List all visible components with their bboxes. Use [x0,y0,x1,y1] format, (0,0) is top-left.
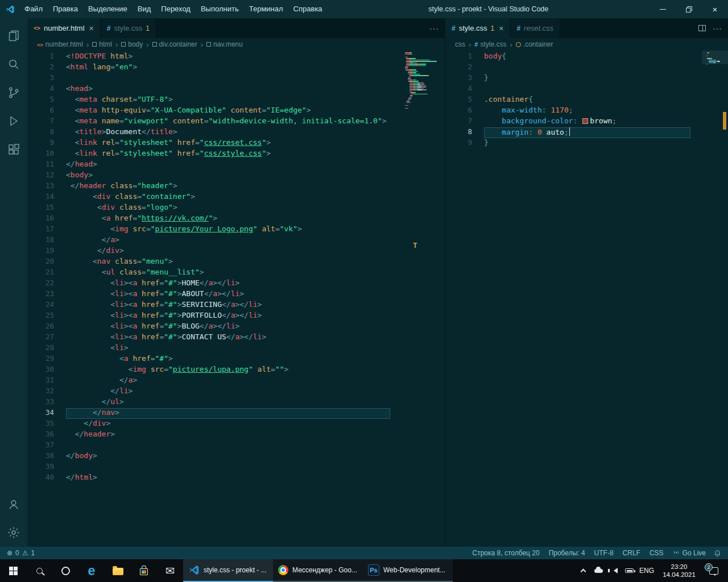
tab-reset.css[interactable]: reset.css [510,18,560,38]
breadcrumb-item[interactable]: nav.menu [206,40,243,48]
code-text[interactable]: <title>Document</title> [66,127,445,138]
taskbar-start-button[interactable] [0,559,26,582]
line-number[interactable]: 6 [27,106,66,117]
taskbar-edge-button[interactable] [78,559,105,582]
menu-item[interactable]: Вид [133,0,156,18]
tab-style.css[interactable]: style.css1 [101,18,156,38]
line-number[interactable]: 36 [27,430,66,440]
editor-html[interactable]: 1<!DOCTYPE html>2<html lang="en">34<head… [27,51,445,547]
explorer-icon[interactable] [0,22,27,50]
line-number[interactable]: 16 [27,214,66,225]
line-number[interactable]: 2 [445,63,484,73]
code-text[interactable]: margin: 0 auto; [484,127,690,138]
code-text[interactable]: <a href="https://vk.com/"> [66,214,445,225]
code-text[interactable]: <li><a href="#">BLOG</a></li> [66,322,445,332]
close-button[interactable]: × [702,0,728,18]
editor-css[interactable]: 1body{23}45.container{6 max-width: 1170;… [445,51,728,547]
minimize-button[interactable] [650,0,676,18]
code-text[interactable]: max-width: 1170; [484,106,728,117]
breadcrumb-item[interactable]: number.html [37,40,83,48]
line-number[interactable]: 27 [27,332,66,343]
restore-button[interactable] [676,0,702,18]
code-text[interactable]: <head> [66,84,445,95]
code-text[interactable]: <meta http-equiv="X-UA-Compatible" conte… [66,106,445,117]
account-icon[interactable] [0,490,27,518]
line-number[interactable]: 30 [27,365,66,376]
problems-indicator[interactable]: ⊗ 0 ⚠ 1 [7,549,35,557]
line-number[interactable]: 4 [27,84,66,95]
status-item[interactable]: CRLF [623,549,640,557]
code-text[interactable] [484,84,728,95]
line-number[interactable]: 8 [27,127,66,138]
notifications-bell-button[interactable] [714,550,721,557]
code-text[interactable]: </div> [66,246,445,257]
code-text[interactable]: </li> [66,386,445,397]
run-debug-icon[interactable] [0,107,27,135]
code-text[interactable]: .container{ [484,95,728,106]
code-text[interactable]: <!DOCTYPE html> [66,52,445,63]
menu-item[interactable]: Выполнить [196,0,244,18]
code-text[interactable]: body{ [484,52,728,63]
code-text[interactable]: <li> [66,343,445,354]
line-number[interactable]: 1 [445,52,484,63]
code-text[interactable]: <body> [66,171,445,181]
language-indicator[interactable]: ENG [637,567,656,575]
extensions-icon[interactable] [0,135,27,164]
line-number[interactable]: 40 [27,473,66,484]
code-text[interactable]: </header class="header"> [66,181,445,192]
breadcrumb-item[interactable]: body [121,40,143,48]
code-text[interactable]: </body> [66,451,445,462]
code-text[interactable] [66,440,445,451]
code-text[interactable]: </a> [66,235,445,246]
line-number[interactable]: 22 [27,278,66,289]
code-text[interactable]: <li><a href="#">CONTACT US</a></li> [66,332,445,343]
line-number[interactable]: 6 [445,106,484,117]
code-text[interactable]: <meta charset="UTF-8"> [66,95,445,106]
taskbar-search-button[interactable] [26,559,52,582]
code-text[interactable]: </header> [66,430,445,440]
tray-volume-button[interactable] [606,568,622,573]
minimap[interactable] [405,52,437,109]
taskbar-app-photoshop[interactable]: Web-Development... [363,559,453,582]
line-number[interactable]: 20 [27,257,66,268]
breadcrumb-item[interactable]: css [455,40,465,48]
breadcrumb-item[interactable]: div.container [152,40,197,48]
code-text[interactable]: <div class="logo"> [66,203,445,214]
line-number[interactable]: 9 [445,138,484,149]
line-number[interactable]: 14 [27,192,66,203]
taskbar-mail-button[interactable]: ✉ [157,559,183,582]
line-number[interactable]: 5 [445,95,484,106]
split-editor-icon[interactable] [698,25,706,31]
line-number[interactable]: 10 [27,149,66,160]
breadcrumb-item[interactable]: .container [516,40,553,48]
line-number[interactable]: 31 [27,376,66,386]
code-text[interactable]: <img src="pictures/Your Logo.png" alt="v… [66,225,445,235]
code-text[interactable] [66,73,445,84]
menu-item[interactable]: Справка [288,0,328,18]
line-number[interactable]: 15 [27,203,66,214]
minimap-slider[interactable] [702,51,728,64]
code-text[interactable]: <html lang="en"> [66,63,445,73]
line-number[interactable]: 3 [27,73,66,84]
line-number[interactable]: 37 [27,440,66,451]
code-text[interactable]: </nav> [66,408,390,419]
taskbar-app-chrome[interactable]: Мессенджер - Goo... [273,559,363,582]
code-text[interactable]: </ul> [66,397,445,408]
code-text[interactable]: } [484,138,728,149]
line-number[interactable]: 28 [27,343,66,354]
code-text[interactable]: background-color: brown; [484,117,728,127]
line-number[interactable]: 33 [27,397,66,408]
code-text[interactable]: <li><a href="#">ABOUT</a></li> [66,289,445,300]
code-text[interactable]: } [484,73,728,84]
line-number[interactable]: 8 [445,127,484,138]
tab-style.css[interactable]: style.css1× [445,18,510,38]
line-number[interactable]: 18 [27,235,66,246]
status-item[interactable]: Пробелы: 4 [549,549,585,557]
tab-close-icon[interactable]: × [499,24,503,33]
code-text[interactable]: </head> [66,160,445,171]
tray-onedrive-button[interactable] [591,569,606,573]
code-text[interactable] [66,462,445,473]
more-actions-icon[interactable]: ··· [429,24,439,33]
code-text[interactable]: <ul class="menu__list"> [66,268,445,278]
line-number[interactable]: 7 [27,117,66,127]
